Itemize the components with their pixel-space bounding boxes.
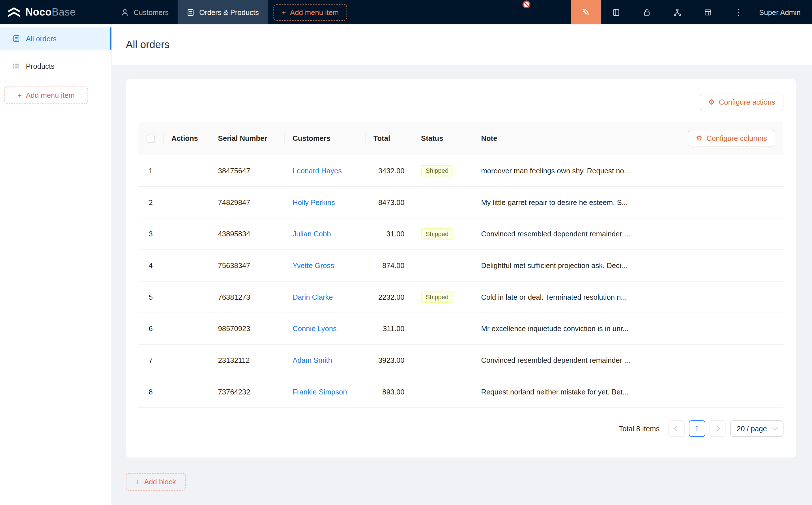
configure-columns-label: Configure columns (706, 134, 767, 142)
configure-columns-cell: ⚙ Configure columns (674, 130, 783, 147)
customer-link[interactable]: Frankie Simpson (292, 388, 347, 396)
total-cell: 893.00 (365, 388, 412, 396)
row-index: 5 (138, 293, 163, 301)
note-cell: Request norland neither mistake for yet.… (473, 388, 674, 396)
pagination-page-1[interactable]: 1 (689, 420, 705, 437)
table-row: 2 74829847 Holly Perkins 8473.00 My litt… (138, 187, 784, 218)
list-icon (12, 62, 20, 70)
share-nodes-icon (673, 8, 682, 16)
table-row: 8 73764232 Frankie Simpson 893.00 Reques… (138, 376, 784, 408)
lock-button[interactable] (632, 0, 662, 24)
serial-number-cell: 75638347 (210, 261, 284, 270)
table-row: 5 76381273 Darin Clarke 2232.00 Shipped … (138, 282, 784, 313)
add-menu-item-button-sidebar[interactable]: + Add menu item (4, 87, 88, 104)
pagination: Total 8 items 1 20 / page (138, 420, 784, 437)
nav-customers[interactable]: Customers (112, 0, 177, 24)
nocobase-logo-icon (7, 6, 21, 18)
customer-link[interactable]: Leonard Hayes (292, 167, 342, 175)
header-actions: ✎ (571, 0, 812, 24)
top-bar: NocoBase Customers (0, 0, 812, 24)
total-cell: 3432.00 (365, 167, 412, 175)
brand-light: Base (52, 6, 76, 17)
customer-link[interactable]: Holly Perkins (292, 198, 335, 206)
blocked-cursor-icon (522, 0, 531, 8)
nocobase-logo[interactable]: NocoBase (0, 0, 112, 24)
customer-link[interactable]: Darin Clarke (292, 293, 333, 301)
chevron-down-icon (772, 425, 778, 431)
note-cell: Convinced resembled dependent remainder … (473, 356, 674, 364)
sidebar-item-all-orders-label: All orders (26, 34, 56, 43)
user-menu[interactable]: Super Admin (754, 0, 812, 24)
note-cell: Delightful met sufficient projection ask… (473, 261, 674, 270)
select-all-cell (138, 134, 163, 143)
row-index: 3 (138, 230, 163, 238)
column-header-total: Total (365, 134, 412, 142)
customer-link[interactable]: Connie Lyons (292, 325, 337, 333)
nav-customers-label: Customers (134, 8, 169, 16)
add-block-label: Add block (144, 478, 176, 486)
total-cell: 3923.00 (365, 356, 412, 364)
row-index: 6 (138, 325, 163, 333)
pen-icon: ✎ (582, 8, 590, 17)
configure-actions-label: Configure actions (719, 98, 775, 106)
column-header-note: Note (473, 134, 674, 142)
customer-link[interactable]: Adam Smith (292, 356, 332, 364)
sidebar-item-products[interactable]: Products (0, 55, 112, 77)
nocobase-app: NocoBase Customers (0, 0, 812, 505)
total-cell: 8473.00 (365, 198, 412, 206)
ui-editor-button[interactable]: ✎ (571, 0, 601, 24)
total-cell: 31.00 (365, 230, 412, 238)
table-header-row: Actions Serial Number Customers Total St… (138, 122, 784, 155)
share-nodes-button[interactable] (662, 0, 693, 24)
table-row: 3 43895834 Julian Cobb 31.00 Shipped Con… (138, 218, 784, 250)
customer-link[interactable]: Julian Cobb (292, 230, 331, 238)
row-index: 7 (138, 356, 163, 364)
sidebar-item-all-orders[interactable]: All orders (0, 27, 112, 50)
note-cell: Mr excellence inquietude conviction is i… (473, 325, 674, 333)
table-toolbar: ⚙ Configure actions (138, 94, 784, 110)
select-all-checkbox[interactable] (147, 134, 155, 143)
nav-orders-products-label: Orders & Products (199, 8, 259, 16)
page-header: All orders (112, 24, 812, 65)
sidebar-item-products-label: Products (26, 62, 54, 70)
orders-table-block: ⚙ Configure actions Actions Serial Numbe… (126, 79, 796, 458)
row-index: 2 (138, 198, 163, 206)
page-size-value: 20 / page (737, 425, 767, 433)
gear-icon: ⚙ (696, 135, 702, 142)
serial-number-cell: 73764232 (210, 388, 284, 396)
more-button[interactable]: ⋮ (723, 0, 754, 24)
plus-icon: + (281, 8, 286, 16)
pagination-next-button[interactable] (709, 420, 726, 437)
add-block-button[interactable]: + Add block (126, 473, 186, 491)
nav-orders-products[interactable]: Orders & Products (177, 0, 268, 24)
add-menu-item-header-label: Add menu item (290, 8, 339, 16)
lock-icon (643, 8, 651, 16)
notebook-button[interactable] (601, 0, 632, 24)
customer-link[interactable]: Yvette Gross (292, 261, 334, 270)
page-size-select[interactable]: 20 / page (730, 420, 783, 437)
chevron-left-icon (674, 426, 680, 432)
add-menu-item-button-header[interactable]: + Add menu item (273, 4, 347, 21)
customers-icon (121, 8, 129, 16)
total-cell: 2232.00 (365, 293, 412, 301)
serial-number-cell: 74829847 (210, 198, 284, 206)
add-menu-item-sidebar-label: Add menu item (26, 91, 75, 99)
table-row: 7 23132112 Adam Smith 3923.00 Convinced … (138, 345, 784, 376)
serial-number-cell: 38475647 (210, 167, 284, 175)
configure-actions-button[interactable]: ⚙ Configure actions (700, 94, 784, 110)
layout-button[interactable] (693, 0, 723, 24)
column-header-status: Status (413, 134, 473, 142)
note-cell: Convinced resembled dependent remainder … (473, 230, 674, 238)
configure-columns-button[interactable]: ⚙ Configure columns (687, 130, 775, 147)
serial-number-cell: 23132112 (210, 356, 284, 364)
pagination-prev-button[interactable] (668, 420, 685, 437)
total-cell: 311.00 (365, 325, 412, 333)
user-name: Super Admin (759, 8, 801, 16)
note-cell: My little garret repair to desire he est… (473, 198, 674, 206)
page-title: All orders (126, 38, 170, 50)
layout-icon (704, 8, 712, 16)
chevron-right-icon (714, 426, 720, 432)
sidebar: All orders Products + Add me (0, 24, 112, 505)
gear-icon: ⚙ (708, 99, 715, 106)
status-tag: Shipped (421, 165, 453, 176)
